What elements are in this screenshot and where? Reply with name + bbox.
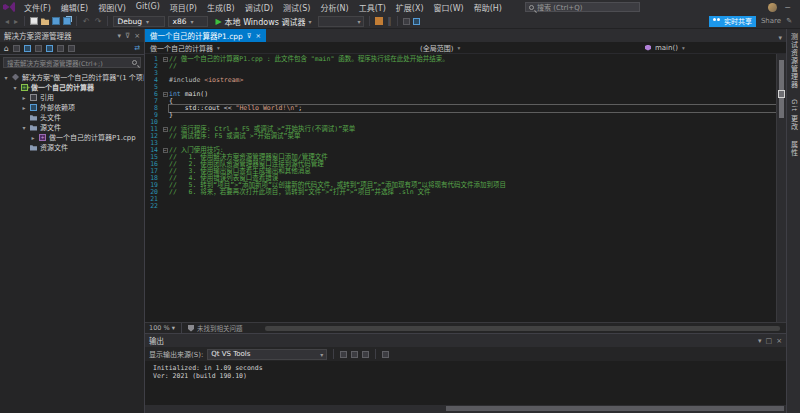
quick-search-input[interactable]: 搜索 (Ctrl+Q) <box>525 2 640 12</box>
fold-marker-icon[interactable]: − <box>161 56 169 63</box>
navbar-scope-dropdown[interactable]: (全局范围)▾ <box>415 42 640 53</box>
fold-marker-icon[interactable]: − <box>161 91 169 98</box>
menu-item[interactable]: 文件(F) <box>19 1 56 14</box>
maximize-icon[interactable]: □ <box>766 337 773 345</box>
code-line[interactable]: 8 std::cout << "Hello World!\n"; <box>145 105 776 112</box>
menu-item[interactable]: 测试(S) <box>278 1 315 14</box>
code-line[interactable]: 21 <box>145 196 776 203</box>
toggle-word-wrap-icon[interactable] <box>382 351 389 358</box>
code-line[interactable]: 12// 调试程序: F5 或调试 >“开始调试”菜单 <box>145 133 776 140</box>
tree-item[interactable]: ▸外部依赖项 <box>0 102 144 112</box>
clear-all-icon[interactable] <box>362 351 369 358</box>
output-source-dropdown[interactable]: Qt VS Tools ▾ <box>207 349 327 360</box>
tree-item[interactable]: 资源文件 <box>0 142 144 152</box>
navbar-project-dropdown[interactable]: 做一个自己的计算器▾ <box>145 42 415 53</box>
properties-icon[interactable] <box>57 45 64 52</box>
expanded-arrow-icon[interactable]: ▾ <box>3 74 9 81</box>
refresh-icon[interactable] <box>24 45 31 52</box>
menu-item[interactable]: 调试(D) <box>240 1 278 14</box>
close-icon[interactable]: × <box>776 337 782 345</box>
tree-item[interactable]: 头文件 <box>0 112 144 122</box>
home-icon[interactable]: ⌂ <box>4 44 9 53</box>
expanded-arrow-icon[interactable]: ▾ <box>12 84 18 91</box>
zoom-level-dropdown[interactable]: 100 % ▾ <box>149 324 175 332</box>
collapsed-arrow-icon[interactable]: ▸ <box>21 94 27 101</box>
menu-item[interactable]: 生成(B) <box>202 1 240 14</box>
menu-item[interactable]: 编辑(E) <box>56 1 93 14</box>
code-line[interactable]: 9} <box>145 112 776 119</box>
pin-icon[interactable]: ⊽ <box>247 32 252 40</box>
redo-icon[interactable]: ↷ <box>94 17 103 26</box>
solution-explorer-search-input[interactable]: 搜索解决方案资源管理器(Ctrl+;) <box>3 57 141 68</box>
document-health-indicator[interactable]: 未找到相关问题 <box>188 323 243 333</box>
tree-item[interactable]: ▸+做一个自己的计算器P1.cpp <box>0 132 144 142</box>
debug-target-dropdown[interactable]: ▾ <box>318 16 364 27</box>
output-content[interactable]: Initialized: in 1.09 secondsVer: 2021 (b… <box>145 361 786 405</box>
command-window-icon[interactable] <box>413 18 420 25</box>
solution-platform-dropdown[interactable]: x86▾ <box>168 16 208 27</box>
scrollbar-thumb[interactable] <box>446 406 784 411</box>
undo-icon[interactable]: ↶ <box>82 17 91 26</box>
feedback-pen-icon[interactable]: ✎ <box>786 17 792 25</box>
code-line[interactable]: 4#include <iostream> <box>145 77 776 84</box>
account-avatar[interactable] <box>768 3 777 12</box>
open-file-icon[interactable] <box>41 17 49 25</box>
tree-item[interactable]: ▾解决方案"做一个自己的计算器"(1 个项目/共 1 个项目) <box>0 72 144 82</box>
collapsed-tool-window-tab[interactable]: Git 更改 <box>789 99 799 131</box>
save-icon[interactable] <box>52 17 60 25</box>
menu-item[interactable]: 窗口(W) <box>429 1 469 14</box>
collapsed-tool-window-tab[interactable]: 属性 <box>789 141 799 157</box>
window-position-icon[interactable]: ▾ <box>758 337 762 345</box>
tree-item[interactable]: ▾++做一个自己的计算器 <box>0 82 144 92</box>
navigate-forward-icon[interactable]: ▸ <box>13 17 19 26</box>
close-icon[interactable]: × <box>256 32 261 40</box>
solution-configuration-dropdown[interactable]: Debug▾ <box>113 16 165 27</box>
live-share-button[interactable]: 实时共享 <box>709 16 756 27</box>
expanded-arrow-icon[interactable]: ▾ <box>21 124 27 131</box>
window-position-icon[interactable]: ▾ <box>117 32 121 40</box>
collapsed-arrow-icon[interactable]: ▸ <box>30 134 36 141</box>
switch-views-icon[interactable] <box>13 45 20 52</box>
code-line[interactable]: 13 <box>145 140 776 147</box>
find-message-icon[interactable] <box>340 351 347 358</box>
preview-selected-items-icon[interactable] <box>68 45 75 52</box>
menu-item[interactable]: 项目(P) <box>165 1 202 14</box>
editor-vertical-scrollbar[interactable] <box>776 54 786 322</box>
close-icon[interactable]: × <box>134 32 140 40</box>
code-line[interactable]: 1−// 做一个自己的计算器P1.cpp : 此文件包含 "main" 函数。程… <box>145 56 776 63</box>
window-controls[interactable]: ─ <box>785 3 794 12</box>
menu-item[interactable]: 分析(N) <box>315 1 353 14</box>
go-to-message-icon[interactable] <box>351 351 358 358</box>
editor-horizontal-scrollbar[interactable] <box>265 326 781 331</box>
sync-with-active-document-icon[interactable]: ⇄ <box>134 44 140 52</box>
code-editor[interactable]: 1−// 做一个自己的计算器P1.cpp : 此文件包含 "main" 函数。程… <box>145 54 786 322</box>
code-line[interactable]: 20// 6. 将来，若要再次打开此项目，请转到“文件”>“打开”>“项目”并选… <box>145 189 776 196</box>
fold-marker-icon[interactable]: − <box>161 126 169 133</box>
pin-icon[interactable]: ⊽ <box>125 32 130 40</box>
collapsed-tool-window-tab[interactable]: 测试资源管理器 <box>789 33 799 89</box>
navbar-member-dropdown[interactable]: main()▾ <box>640 42 690 53</box>
collapsed-arrow-icon[interactable]: ▸ <box>21 104 27 111</box>
menu-item[interactable]: Git(G) <box>131 1 165 14</box>
find-in-files-icon[interactable] <box>403 18 410 25</box>
show-all-files-icon[interactable] <box>46 45 53 52</box>
scrollbar-thumb[interactable] <box>779 60 784 118</box>
save-all-icon[interactable] <box>63 17 71 25</box>
start-debugging-button[interactable]: ▶ 本地 Windows 调试器 ▾ <box>211 16 315 27</box>
break-all-icon[interactable]: ‖ <box>386 17 392 26</box>
navigate-back-icon[interactable]: ◂ <box>4 17 10 26</box>
tree-item[interactable]: ▸引用 <box>0 92 144 102</box>
document-well-dropdown-icon[interactable]: ▾ <box>774 34 786 42</box>
code-line[interactable]: 5 <box>145 84 776 91</box>
menu-item[interactable]: 工具(T) <box>354 1 391 14</box>
hot-reload-icon[interactable] <box>375 17 383 25</box>
menu-item[interactable]: 帮助(H) <box>469 1 507 14</box>
menu-item[interactable]: 视图(V) <box>93 1 131 14</box>
menu-item[interactable]: 扩展(X) <box>391 1 429 14</box>
new-file-icon[interactable] <box>30 17 38 25</box>
tree-item[interactable]: ▾源文件 <box>0 122 144 132</box>
output-horizontal-scrollbar[interactable] <box>145 405 786 413</box>
code-line[interactable]: 6−int main() <box>145 91 776 98</box>
code-line[interactable]: 22 <box>145 203 776 210</box>
fold-marker-icon[interactable]: − <box>161 147 169 154</box>
